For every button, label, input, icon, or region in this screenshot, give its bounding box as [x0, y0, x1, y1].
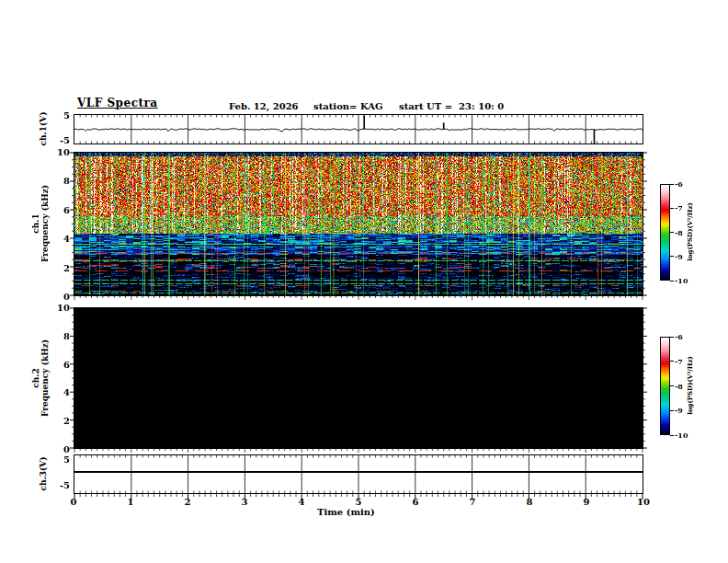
- colorbar-tick: [670, 435, 674, 436]
- page-title: VLF Spectra: [77, 98, 158, 109]
- time-tick-label: 9: [575, 497, 597, 507]
- time-tick-label: 10: [632, 497, 654, 507]
- colorbar-tick: [670, 281, 674, 282]
- title-station: station= KAG: [313, 101, 383, 111]
- vlf-spectra-figure: VLF Spectra Feb. 12, 2026 station= KAG s…: [0, 0, 728, 563]
- time-tick-label: 7: [461, 497, 483, 507]
- spec2-axis-label-line1: ch.2: [31, 339, 40, 417]
- spec2-freq-tick-label: 0: [51, 444, 70, 454]
- ch3v-axis-label: ch.3(V): [39, 457, 48, 491]
- spec2-freq-tick-label: 6: [51, 360, 70, 370]
- spec1-axis-label-line1: ch.1: [31, 185, 40, 262]
- ch1v-axis-label: ch.1(V): [39, 112, 48, 146]
- ch1v-tick-label: -5: [53, 135, 70, 145]
- colorbar-1-tick-label: -9: [675, 253, 683, 260]
- colorbar-2-tick-label: -6: [675, 333, 683, 340]
- spec1-freq-tick-label: 8: [51, 176, 70, 186]
- colorbar-1: [660, 184, 670, 281]
- ch1-waveform-plot: [74, 115, 643, 144]
- colorbar-tick: [670, 232, 674, 233]
- colorbar-tick: [670, 361, 674, 362]
- spec2-freq-tick-label: 2: [51, 416, 70, 426]
- colorbar-tick: [670, 337, 674, 338]
- time-tick-label: 2: [176, 497, 199, 507]
- ch3v-tick-label: -5: [53, 480, 70, 490]
- spec1-freq-tick-label: 0: [51, 292, 70, 302]
- spec1-freq-tick-label: 4: [51, 234, 70, 244]
- tick-path: [74, 448, 643, 453]
- colorbar-2-tick-label: -9: [675, 407, 683, 414]
- panel-ch3-waveform: [74, 454, 643, 494]
- spec1-ticks-svg: [74, 153, 643, 295]
- colorbar-2-tick-label: -8: [675, 383, 683, 390]
- spec2-ticks-svg: [74, 308, 643, 448]
- ch1v-tick-label: 5: [53, 110, 70, 121]
- tick-path: [70, 308, 647, 448]
- spec1-axis-label-line2: Frequency (kHz): [40, 185, 50, 262]
- time-tick-label: 5: [347, 497, 370, 507]
- spec1-freq-tick-label: 2: [51, 263, 70, 273]
- colorbar-tick: [670, 385, 674, 386]
- colorbar-2-tick-label: -10: [675, 431, 688, 439]
- tick-path: [74, 153, 643, 295]
- colorbar-1-label: log(PSD)(V²/Hz): [686, 202, 695, 261]
- spec2-axis-label: ch.2 Frequency (kHz): [31, 339, 50, 417]
- spec1-freq-tick-label: 10: [51, 147, 70, 157]
- colorbar-1-tick-label: -6: [675, 180, 683, 188]
- colorbar-2-tick-label: -7: [675, 358, 683, 365]
- title-start-ut: start UT = 23: 10: 0: [399, 101, 504, 111]
- spec2-freq-tick-label: 10: [51, 303, 70, 313]
- spec1-freq-tick-label: 6: [51, 205, 70, 215]
- colorbar-tick: [670, 184, 674, 185]
- colorbar-1-tick-label: -7: [675, 204, 683, 212]
- tick-path: [74, 295, 643, 300]
- colorbar-tick: [670, 410, 674, 411]
- spec1-axis-label: ch.1 Frequency (kHz): [31, 185, 50, 262]
- ch3v-tick-label: 5: [53, 454, 70, 465]
- colorbar-tick: [670, 208, 674, 209]
- time-tick-label: 6: [404, 497, 427, 507]
- tick-path: [70, 153, 647, 295]
- time-tick-label: 8: [518, 497, 540, 507]
- colorbar-1-tick-label: -10: [675, 277, 688, 284]
- x-axis-title: Time (min): [317, 507, 375, 517]
- time-tick-label: 1: [119, 497, 142, 507]
- colorbar-2-label: log(PSD)(V²/Hz): [686, 356, 695, 415]
- colorbar-1-tick-label: -8: [675, 229, 683, 236]
- panel-ch1-waveform: [74, 114, 643, 144]
- time-tick-label: 4: [290, 497, 313, 507]
- spec2-axis-label-line2: Frequency (kHz): [40, 339, 50, 417]
- tick-path: [72, 316, 645, 442]
- time-tick-label: 3: [233, 497, 256, 507]
- colorbar-2: [660, 337, 670, 435]
- panel-ch2-spectrogram: [74, 307, 643, 449]
- tick-path: [80, 153, 637, 295]
- panel-ch1-spectrogram: [74, 152, 643, 296]
- time-tick-label: 0: [63, 497, 85, 507]
- title-date: Feb. 12, 2026: [229, 101, 299, 111]
- spec2-freq-tick-label: 4: [51, 387, 70, 397]
- spec2-freq-tick-label: 8: [51, 331, 70, 341]
- tick-path: [72, 160, 645, 289]
- colorbar-tick: [670, 256, 674, 257]
- ch3-waveform-plot: [74, 455, 643, 493]
